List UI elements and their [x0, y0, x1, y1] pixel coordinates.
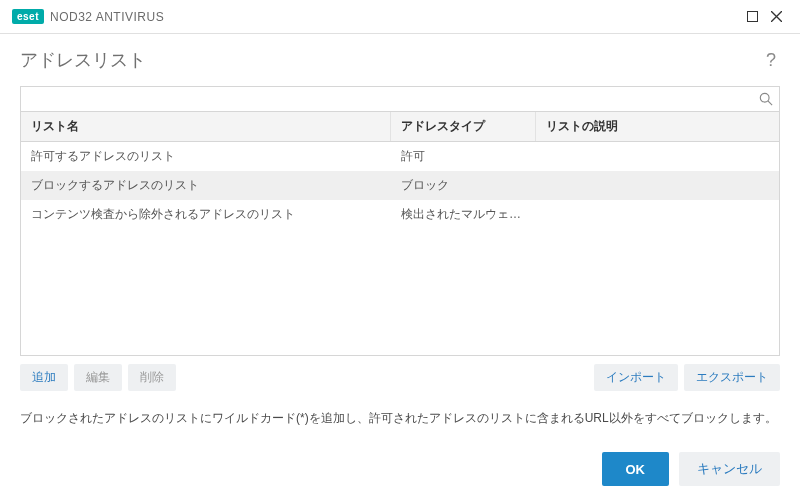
- titlebar: eset NOD32 ANTIVIRUS: [0, 0, 800, 34]
- close-icon: [771, 11, 782, 22]
- close-button[interactable]: [764, 5, 788, 29]
- search-field-wrap: [20, 86, 780, 112]
- cell-desc: [536, 204, 779, 225]
- svg-point-3: [760, 93, 769, 102]
- header: アドレスリスト ?: [0, 34, 800, 86]
- add-button[interactable]: 追加: [20, 364, 68, 391]
- content: リスト名 アドレスタイプ リストの説明 許可するアドレスのリスト許可ブロックする…: [0, 86, 800, 391]
- col-header-name[interactable]: リスト名: [21, 112, 391, 141]
- svg-line-4: [768, 101, 772, 105]
- cell-name: コンテンツ検査から除外されるアドレスのリスト: [21, 204, 391, 225]
- cell-type: 検出されたマルウェアは無視...: [391, 204, 536, 225]
- footer: OK キャンセル: [602, 452, 781, 486]
- delete-button[interactable]: 削除: [128, 364, 176, 391]
- cell-name: 許可するアドレスのリスト: [21, 146, 391, 167]
- brand-logo: eset: [12, 9, 44, 24]
- cell-desc: [536, 175, 779, 196]
- help-button[interactable]: ?: [762, 50, 780, 71]
- ok-button[interactable]: OK: [602, 452, 670, 486]
- address-list-table: リスト名 アドレスタイプ リストの説明 許可するアドレスのリスト許可ブロックする…: [20, 112, 780, 356]
- maximize-icon: [747, 11, 758, 22]
- col-header-desc[interactable]: リストの説明: [536, 112, 779, 141]
- svg-rect-0: [747, 12, 757, 22]
- cell-desc: [536, 146, 779, 167]
- brand-product: NOD32 ANTIVIRUS: [50, 10, 164, 24]
- table-header: リスト名 アドレスタイプ リストの説明: [21, 112, 779, 142]
- cell-type: 許可: [391, 146, 536, 167]
- maximize-button[interactable]: [740, 5, 764, 29]
- col-header-type[interactable]: アドレスタイプ: [391, 112, 536, 141]
- cell-name: ブロックするアドレスのリスト: [21, 175, 391, 196]
- search-input[interactable]: [21, 87, 753, 111]
- table-row[interactable]: コンテンツ検査から除外されるアドレスのリスト検出されたマルウェアは無視...: [21, 200, 779, 229]
- table-actions: 追加 編集 削除 インポート エクスポート: [20, 364, 780, 391]
- search-icon[interactable]: [753, 92, 779, 106]
- export-button[interactable]: エクスポート: [684, 364, 780, 391]
- hint-text: ブロックされたアドレスのリストにワイルドカード(*)を追加し、許可されたアドレス…: [0, 391, 800, 428]
- table-row[interactable]: ブロックするアドレスのリストブロック: [21, 171, 779, 200]
- cell-type: ブロック: [391, 175, 536, 196]
- page-title: アドレスリスト: [20, 48, 146, 72]
- import-button[interactable]: インポート: [594, 364, 678, 391]
- table-body: 許可するアドレスのリスト許可ブロックするアドレスのリストブロックコンテンツ検査か…: [21, 142, 779, 355]
- edit-button[interactable]: 編集: [74, 364, 122, 391]
- cancel-button[interactable]: キャンセル: [679, 452, 780, 486]
- table-row[interactable]: 許可するアドレスのリスト許可: [21, 142, 779, 171]
